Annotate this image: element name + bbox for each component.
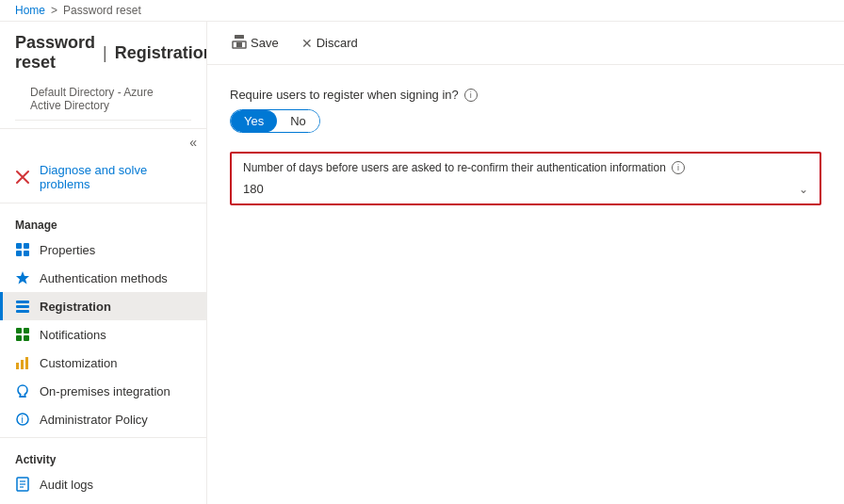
manage-section-label: Manage <box>0 207 206 236</box>
svg-rect-8 <box>24 328 29 333</box>
svg-rect-6 <box>16 310 29 313</box>
sidebar-item-diagnose[interactable]: Diagnose and solve problems <box>0 155 206 199</box>
registration-icon <box>15 299 30 314</box>
svg-rect-5 <box>16 305 29 308</box>
svg-rect-2 <box>16 251 22 256</box>
properties-label: Properties <box>40 243 95 257</box>
svg-rect-27 <box>236 42 242 47</box>
svg-rect-3 <box>24 251 29 256</box>
days-label-row: Number of days before users are asked to… <box>243 161 808 174</box>
svg-rect-4 <box>16 301 29 303</box>
days-value: 180 <box>243 182 799 196</box>
days-info-icon[interactable]: i <box>672 161 685 174</box>
notifications-label: Notifications <box>40 328 106 342</box>
svg-rect-25 <box>235 35 244 39</box>
diagnose-icon <box>15 170 30 185</box>
sidebar-item-admin-policy[interactable]: i Administrator Policy <box>0 405 206 433</box>
onprem-icon <box>15 383 30 398</box>
discard-button[interactable]: ✕ Discard <box>292 31 367 56</box>
svg-rect-1 <box>24 243 29 249</box>
diagnose-label: Diagnose and solve problems <box>40 163 191 191</box>
auth-methods-label: Authentication methods <box>40 271 168 285</box>
sidebar-item-customization[interactable]: Customization <box>0 349 206 377</box>
breadcrumb: Home > Password reset <box>0 0 844 22</box>
yes-toggle[interactable]: Yes <box>231 110 277 132</box>
breadcrumb-home[interactable]: Home <box>15 4 45 17</box>
onprem-label: On-premises integration <box>40 384 170 398</box>
require-toggle-group: Yes No <box>230 109 320 133</box>
manage-divider <box>0 203 206 203</box>
svg-rect-9 <box>16 335 22 341</box>
activity-divider <box>0 437 206 438</box>
svg-rect-0 <box>16 243 22 249</box>
page-tab-name: Registration <box>115 43 207 63</box>
svg-rect-7 <box>16 328 22 333</box>
page-subtitle: Default Directory - Azure Active Directo… <box>15 74 191 121</box>
sidebar-item-onprem[interactable]: On-premises integration <box>0 377 206 405</box>
breadcrumb-current: Password reset <box>63 4 141 17</box>
activity-section-label: Activity <box>0 442 206 470</box>
no-toggle[interactable]: No <box>277 110 319 132</box>
content-body: Require users to register when signing i… <box>207 65 844 504</box>
content-area: Save ✕ Discard Require users to register… <box>207 22 844 504</box>
svg-rect-13 <box>25 357 28 369</box>
require-info-icon[interactable]: i <box>464 89 478 102</box>
svg-rect-11 <box>16 363 19 369</box>
save-icon <box>232 34 247 52</box>
sidebar-collapse-button[interactable]: « <box>0 129 206 155</box>
days-section: Number of days before users are asked to… <box>230 152 821 205</box>
svg-rect-12 <box>21 360 24 369</box>
svg-rect-10 <box>24 335 29 341</box>
auth-methods-icon <box>15 270 30 285</box>
admin-policy-icon: i <box>15 412 30 427</box>
admin-policy-label: Administrator Policy <box>40 413 148 427</box>
require-label-text: Require users to register when signing i… <box>230 88 459 102</box>
save-button[interactable]: Save <box>222 29 288 57</box>
audit-logs-label: Audit logs <box>40 478 93 492</box>
require-section: Require users to register when signing i… <box>230 88 821 133</box>
save-label: Save <box>251 36 279 50</box>
sidebar-item-audit-logs[interactable]: Audit logs <box>0 470 206 498</box>
customization-icon <box>15 355 30 370</box>
sidebar-item-usage-insights[interactable]: Usage & insights <box>0 498 206 504</box>
registration-label: Registration <box>40 300 111 314</box>
days-label-text: Number of days before users are asked to… <box>243 161 666 174</box>
svg-text:i: i <box>22 415 24 425</box>
sidebar-item-properties[interactable]: Properties <box>0 236 206 264</box>
properties-icon <box>15 242 30 257</box>
page-title-text: Password reset <box>15 33 95 73</box>
require-label-row: Require users to register when signing i… <box>230 88 821 102</box>
page-header: Password reset | Registration ... Defaul… <box>0 22 206 129</box>
discard-icon: ✕ <box>301 36 313 51</box>
audit-logs-icon <box>15 477 30 492</box>
sidebar-item-auth-methods[interactable]: Authentication methods <box>0 264 206 292</box>
sidebar: Password reset | Registration ... Defaul… <box>0 22 207 504</box>
breadcrumb-separator: > <box>51 4 57 17</box>
title-separator: | <box>103 43 107 63</box>
sidebar-item-notifications[interactable]: Notifications <box>0 320 206 349</box>
days-input-row: 180 ⌄ <box>243 182 808 196</box>
customization-label: Customization <box>40 356 117 370</box>
notifications-icon <box>15 327 30 342</box>
content-toolbar: Save ✕ Discard <box>207 22 844 65</box>
sidebar-item-registration[interactable]: Registration <box>0 292 206 320</box>
chevron-down-icon[interactable]: ⌄ <box>799 183 808 196</box>
discard-label: Discard <box>316 36 358 50</box>
